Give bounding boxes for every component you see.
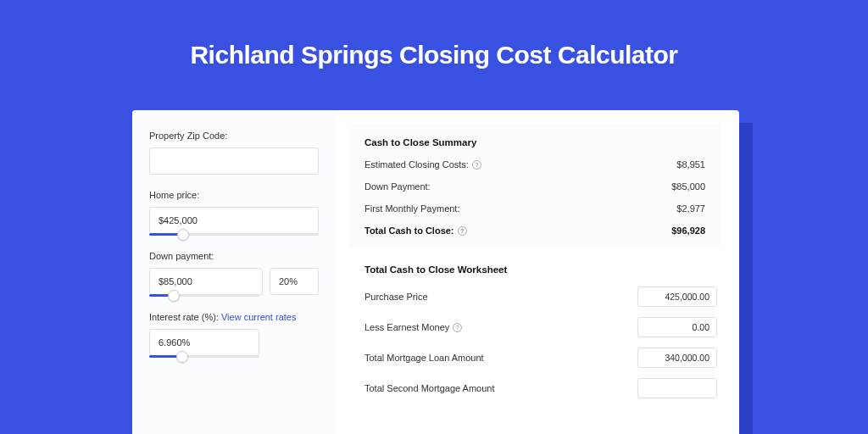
summary-label-text: Estimated Closing Costs:: [364, 159, 469, 170]
calculator-card: Property Zip Code: Home price: Down paym…: [132, 110, 739, 434]
summary-label: Estimated Closing Costs: ?: [364, 159, 481, 170]
zip-input[interactable]: [149, 147, 319, 175]
worksheet: Total Cash to Close Worksheet Purchase P…: [349, 259, 721, 398]
summary-label-text: First Monthly Payment:: [364, 203, 459, 214]
worksheet-input-earnest-money[interactable]: [637, 317, 717, 337]
down-payment-slider-thumb[interactable]: [168, 290, 180, 302]
worksheet-label: Less Earnest Money ?: [364, 322, 462, 332]
interest-label-text: Interest rate (%):: [149, 312, 221, 322]
home-price-field-group: Home price:: [149, 190, 319, 236]
down-payment-slider[interactable]: [149, 294, 259, 297]
main-panel: Cash to Close Summary Estimated Closing …: [336, 110, 739, 434]
summary-total-value: $96,928: [671, 225, 705, 236]
summary-total-label: Total Cash to Close: ?: [364, 225, 467, 236]
summary-title: Cash to Close Summary: [364, 137, 705, 147]
down-payment-field-group: Down payment:: [149, 251, 319, 297]
zip-label: Property Zip Code:: [149, 131, 319, 141]
summary-value: $85,000: [671, 181, 705, 192]
page-title: Richland Springs Closing Cost Calculator: [0, 0, 868, 95]
interest-slider-thumb[interactable]: [176, 351, 188, 363]
worksheet-title: Total Cash to Close Worksheet: [353, 264, 717, 275]
help-icon[interactable]: ?: [453, 323, 462, 332]
worksheet-label-text: Less Earnest Money: [364, 322, 449, 332]
summary-row-down-payment: Down Payment: $85,000: [364, 181, 705, 192]
worksheet-row-mortgage-amount: Total Mortgage Loan Amount: [353, 348, 717, 368]
view-rates-link[interactable]: View current rates: [221, 312, 296, 322]
worksheet-label: Purchase Price: [364, 292, 428, 302]
worksheet-label: Total Second Mortgage Amount: [364, 383, 494, 393]
home-price-slider[interactable]: [149, 233, 319, 236]
summary-value: $8,951: [676, 159, 705, 170]
home-price-label: Home price:: [149, 190, 319, 200]
interest-label: Interest rate (%): View current rates: [149, 312, 319, 322]
down-payment-input[interactable]: [149, 268, 263, 295]
worksheet-input-mortgage-amount[interactable]: [637, 348, 717, 368]
worksheet-input-second-mortgage[interactable]: [637, 378, 717, 398]
worksheet-row-earnest-money: Less Earnest Money ?: [353, 317, 717, 337]
worksheet-row-purchase-price: Purchase Price: [353, 287, 717, 307]
summary-label-text: Down Payment:: [364, 181, 431, 192]
zip-field-group: Property Zip Code:: [149, 131, 319, 175]
help-icon[interactable]: ?: [458, 226, 467, 236]
down-payment-pct-input[interactable]: [270, 268, 319, 295]
sidebar: Property Zip Code: Home price: Down paym…: [132, 110, 336, 434]
summary-value: $2,977: [676, 203, 705, 214]
interest-field-group: Interest rate (%): View current rates: [149, 312, 319, 358]
summary-row-closing-costs: Estimated Closing Costs: ? $8,951: [364, 159, 705, 170]
worksheet-input-purchase-price[interactable]: [637, 287, 717, 307]
worksheet-label: Total Mortgage Loan Amount: [364, 353, 484, 363]
home-price-slider-thumb[interactable]: [177, 229, 189, 241]
summary-box: Cash to Close Summary Estimated Closing …: [349, 124, 721, 248]
summary-row-first-payment: First Monthly Payment: $2,977: [364, 203, 705, 214]
home-price-input[interactable]: [149, 207, 319, 234]
summary-total-label-text: Total Cash to Close:: [364, 225, 454, 236]
summary-row-total: Total Cash to Close: ? $96,928: [364, 225, 705, 236]
worksheet-row-second-mortgage: Total Second Mortgage Amount: [353, 378, 717, 398]
interest-input[interactable]: [149, 329, 259, 356]
interest-slider[interactable]: [149, 355, 259, 358]
down-payment-label: Down payment:: [149, 251, 319, 261]
help-icon[interactable]: ?: [472, 160, 481, 170]
